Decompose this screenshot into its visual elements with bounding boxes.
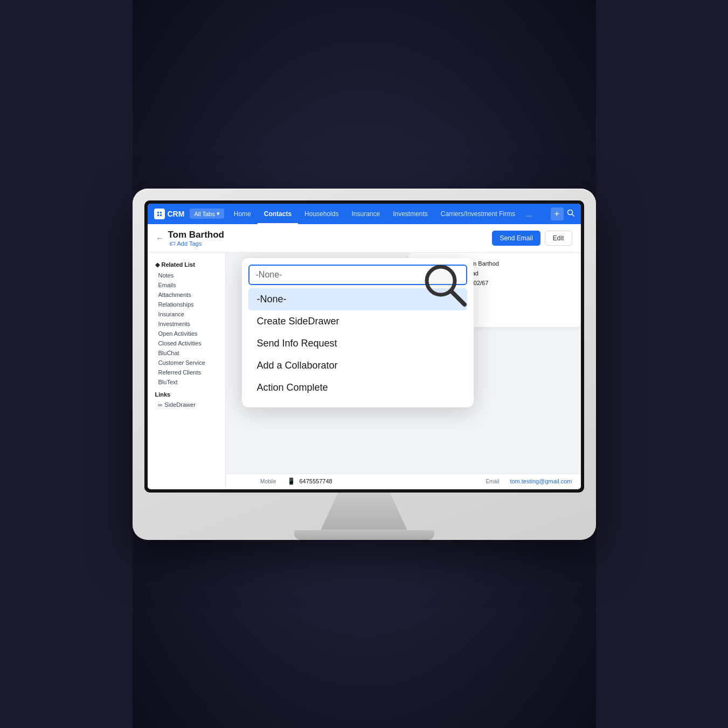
logo-icon [154,209,165,219]
dropdown-overlay: -None- Create SideDrawer Send Info Reque… [242,258,474,407]
sidebar-item-referred-clients[interactable]: Referred Clients [148,368,225,377]
send-email-button[interactable]: Send Email [492,231,540,246]
nav-more-button[interactable]: ... [522,210,537,218]
navbar: CRM All Tabs ▾ Home Contacts Households … [148,204,581,224]
dropdown-option-action-complete[interactable]: Action Complete [248,377,467,399]
svg-line-3 [452,292,464,304]
sidebar-item-investments[interactable]: Investments [148,319,225,329]
email-value[interactable]: tom.testing@gmail.com [510,478,572,484]
sidebar-item-insurance[interactable]: Insurance [148,309,225,319]
header-buttons: Send Email Edit [492,231,572,246]
back-button[interactable]: ← [156,234,164,242]
links-title: Links [148,387,225,400]
add-tags-label: Add Tags [177,240,202,247]
edit-button[interactable]: Edit [545,231,572,246]
monitor-base [294,530,434,540]
sidebar: ◈ Related List Notes Emails Attachments … [148,253,226,488]
sidebar-item-open-activities[interactable]: Open Activities [148,329,225,338]
mobile-field: Mobile 📱 6475557748 [234,477,332,485]
app-logo: CRM [154,209,185,219]
dropdown-option-send-info-request[interactable]: Send Info Request [248,332,467,355]
screen: CRM All Tabs ▾ Home Contacts Households … [148,204,581,489]
nav-items: Home Contacts Households Insurance Inves… [227,204,547,224]
email-field-row: Email tom.testing@gmail.com [457,478,572,484]
monitor: CRM All Tabs ▾ Home Contacts Households … [133,189,596,540]
dropdown-option-create-sidedrawer[interactable]: Create SideDrawer [248,310,467,332]
sidebar-item-attachments[interactable]: Attachments [148,290,225,300]
tag-icon: 🏷 [169,240,175,247]
nav-item-insurance[interactable]: Insurance [345,204,386,224]
svg-line-1 [572,214,574,217]
link-icon: ∞ [158,401,163,408]
nav-add-button[interactable]: + [551,207,564,220]
title-area: ← Tom Barthod 🏷 Add Tags [156,230,225,247]
magnify-icon [422,262,468,308]
sidebar-item-customer-service[interactable]: Customer Service [148,358,225,368]
nav-item-contacts[interactable]: Contacts [258,204,298,224]
page-title: Tom Barthod [168,230,225,240]
related-list-title: ◈ Related List [148,258,225,271]
related-list-icon: ◈ [155,261,160,268]
sidebar-item-blutext[interactable]: BluText [148,377,225,387]
add-tags-button[interactable]: 🏷 Add Tags [169,240,225,247]
all-tabs-label: All Tabs [194,211,214,217]
nav-item-investments[interactable]: Investments [386,204,434,224]
main-layout: ◈ Related List Notes Emails Attachments … [148,253,581,488]
bottom-bar: Mobile 📱 6475557748 Email tom.testing@gm… [226,474,581,488]
dropdown-option-add-collaborator[interactable]: Add a Collaborator [248,355,467,377]
sidebar-item-notes[interactable]: Notes [148,271,225,280]
page-header: ← Tom Barthod 🏷 Add Tags Send Email Edit [148,224,581,253]
nav-item-carriers[interactable]: Carriers/Investment Firms [434,204,522,224]
sidebar-item-emails[interactable]: Emails [148,280,225,290]
content-area: -None- Create SideDrawer Send Info Reque… [226,253,581,488]
mobile-label: Mobile [234,478,283,484]
nav-search-button[interactable] [567,209,574,218]
chevron-down-icon: ▾ [217,210,220,217]
monitor-stand [321,493,407,530]
screen-bezel: CRM All Tabs ▾ Home Contacts Households … [144,200,584,493]
nav-actions: + [551,207,574,220]
mobile-value: 6475557748 [300,478,332,484]
email-label: Email [457,478,505,484]
sidebar-item-bluchat[interactable]: BluChat [148,348,225,358]
app-name: CRM [168,210,185,218]
sidebar-item-closed-activities[interactable]: Closed Activities [148,338,225,348]
sidebar-link-sidedrawer[interactable]: ∞ SideDrawer [148,400,225,410]
nav-item-households[interactable]: Households [298,204,345,224]
all-tabs-button[interactable]: All Tabs ▾ [190,209,224,219]
nav-item-home[interactable]: Home [227,204,258,224]
sidebar-item-relationships[interactable]: Relationships [148,300,225,309]
phone-icon: 📱 [287,477,295,485]
